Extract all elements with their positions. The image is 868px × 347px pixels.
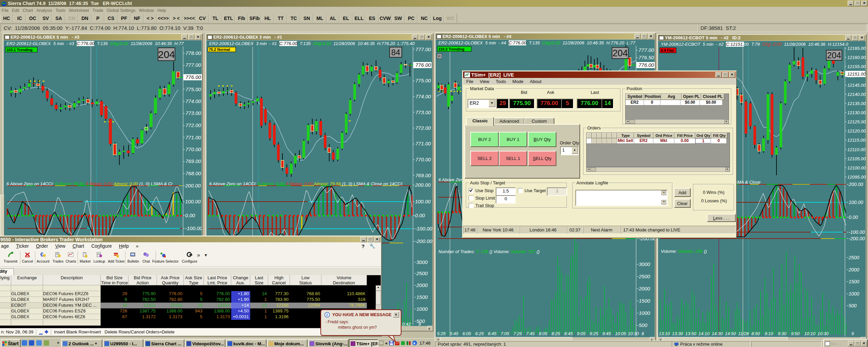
svg-text:775.00: 775.00 (415, 78, 431, 83)
svg-text:-100.00: -100.00 (849, 229, 865, 235)
svg-text:2000: 2000 (416, 282, 428, 288)
svg-text:1500: 1500 (849, 279, 859, 284)
svg-text:772.00: 772.00 (415, 125, 431, 131)
svg-text:6:05: 6:05 (462, 331, 471, 336)
svg-text:204: 204 (158, 49, 175, 60)
svg-text:Volume: Volume: 239 (): Volume: Volume: 239 () (661, 249, 707, 254)
svg-text:778.00: 778.00 (185, 50, 201, 56)
svg-text:0.00: 0.00 (185, 212, 195, 218)
svg-text:3000: 3000 (416, 259, 428, 265)
svg-text:2500: 2500 (416, 270, 428, 276)
svg-text:772.00: 772.00 (185, 122, 201, 128)
svg-text:0.00: 0.00 (849, 215, 858, 220)
svg-text:2000: 2000 (848, 267, 859, 272)
svg-text:14:10: 14:10 (698, 331, 710, 336)
svg-text:-200.00: -200.00 (849, 236, 865, 241)
svg-text:12100.00: 12100.00 (847, 165, 866, 170)
svg-text:10:30: 10:30 (817, 331, 829, 336)
svg-text:771.00: 771.00 (415, 141, 431, 146)
svg-text:12165.00: 12165.00 (847, 46, 866, 51)
svg-text:204: 204 (612, 48, 628, 58)
svg-text:12140.00: 12140.00 (847, 92, 866, 97)
svg-text:1000: 1000 (849, 291, 859, 297)
svg-text:8:25: 8:25 (552, 331, 560, 336)
svg-text:9:10: 9:10 (765, 331, 773, 336)
svg-text:9:05: 9:05 (577, 331, 586, 336)
svg-text:1000: 1000 (416, 306, 428, 312)
svg-text:75.2 Normal: 75.2 Normal (209, 47, 230, 52)
svg-text:6 Above Zero on 14CCI: 6 Abov: 6 Above Zero on 14CCI: 6 Above: 0.00 6 B… (209, 181, 403, 186)
svg-text:103.1 Trending: 103.1 Trending (6, 48, 33, 52)
svg-text:770.00: 770.00 (185, 146, 201, 152)
svg-text:8: 8 (642, 331, 644, 336)
svg-text:100.00: 100.00 (415, 199, 431, 204)
svg-text:12160.00: 12160.00 (847, 55, 866, 60)
svg-text:110.2 Trending: 110.2 Trending (438, 47, 464, 51)
svg-text:84: 84 (391, 48, 400, 57)
svg-text:776.00: 776.00 (415, 62, 431, 68)
svg-text:6.9 Flat: 6.9 Flat (661, 48, 674, 53)
svg-text:6:45: 6:45 (488, 331, 497, 336)
svg-text:100.00: 100.00 (185, 199, 201, 204)
svg-text:9:25: 9:25 (590, 331, 598, 336)
svg-text:500: 500 (639, 322, 648, 328)
svg-text:14:50: 14:50 (725, 331, 736, 336)
svg-text:12155.00: 12155.00 (847, 64, 866, 69)
svg-text:200.00: 200.00 (848, 182, 863, 187)
svg-text:13:50: 13:50 (685, 331, 696, 336)
svg-text:200.00: 200.00 (185, 183, 201, 188)
svg-text:12120.00: 12120.00 (847, 128, 866, 134)
svg-text:12125.00: 12125.00 (847, 119, 866, 124)
svg-text:10:10: 10:10 (804, 331, 815, 336)
svg-text:5:25: 5:25 (437, 331, 446, 336)
svg-text:12110.00: 12110.00 (847, 147, 866, 152)
svg-text:-100.00: -100.00 (185, 225, 202, 231)
svg-text:11/28: 11/28 (738, 331, 749, 336)
svg-text:3000: 3000 (639, 261, 650, 267)
svg-text:776.00: 776.00 (185, 74, 201, 80)
svg-text:12115.00: 12115.00 (847, 138, 866, 143)
svg-text:12135.00: 12135.00 (847, 101, 866, 106)
svg-text:204: 204 (827, 50, 841, 60)
svg-text:14:30: 14:30 (712, 331, 723, 336)
svg-text:-100.00: -100.00 (415, 226, 432, 231)
svg-text:770.00: 770.00 (415, 157, 431, 162)
svg-text:9:30: 9:30 (778, 331, 787, 336)
svg-text:773.00: 773.00 (185, 110, 201, 116)
svg-text:2500: 2500 (638, 273, 650, 279)
svg-text:6 Above Zero on 14CCI: 6 Abov: 6 Above Zero on 14CCI: 6 Above: 68.50 6 … (6, 181, 173, 186)
svg-text:777.00: 777.00 (638, 47, 654, 53)
svg-text:775.00: 775.00 (185, 86, 201, 92)
svg-text:7:25: 7:25 (513, 331, 522, 336)
svg-text:7:05: 7:05 (501, 331, 510, 336)
svg-text:1000: 1000 (639, 310, 650, 316)
svg-text:8:50: 8:50 (751, 331, 760, 336)
svg-text:100.00: 100.00 (849, 200, 863, 205)
svg-text:774.00: 774.00 (185, 98, 201, 104)
svg-text:0.00: 0.00 (415, 212, 425, 218)
svg-text:771.00: 771.00 (185, 135, 201, 140)
svg-text:769.00: 769.00 (185, 158, 201, 164)
svg-text:€: € (40, 252, 43, 258)
svg-text:9: 9 (418, 322, 421, 327)
svg-text:Number of Trades: T: 135 (): Number of Trades: T: 135 () Volume: Volu… (438, 249, 539, 254)
svg-text:-200.00: -200.00 (415, 238, 432, 244)
svg-text:12130.00: 12130.00 (847, 110, 866, 115)
svg-text:1500: 1500 (639, 298, 650, 304)
svg-text:774.00: 774.00 (415, 94, 431, 99)
svg-text:7:45: 7:45 (526, 331, 535, 336)
svg-text:6 Above Zer: 6 Above Zer (438, 177, 462, 182)
svg-text:777.00: 777.00 (185, 62, 201, 68)
svg-text:2500: 2500 (848, 255, 859, 260)
svg-text:776.00: 776.00 (638, 62, 654, 68)
svg-text:773.00: 773.00 (415, 109, 431, 115)
svg-text:12145.00: 12145.00 (847, 83, 866, 88)
svg-text:2000: 2000 (638, 286, 650, 291)
svg-text:200.00: 200.00 (415, 182, 431, 188)
svg-text:769.00: 769.00 (415, 172, 431, 178)
svg-text:10:30: 10:30 (628, 331, 639, 336)
svg-text:12105.00: 12105.00 (847, 156, 866, 161)
svg-text:776.50: 776.50 (638, 55, 654, 60)
svg-text:9:50: 9:50 (791, 331, 800, 336)
svg-text:a: a (413, 341, 415, 345)
